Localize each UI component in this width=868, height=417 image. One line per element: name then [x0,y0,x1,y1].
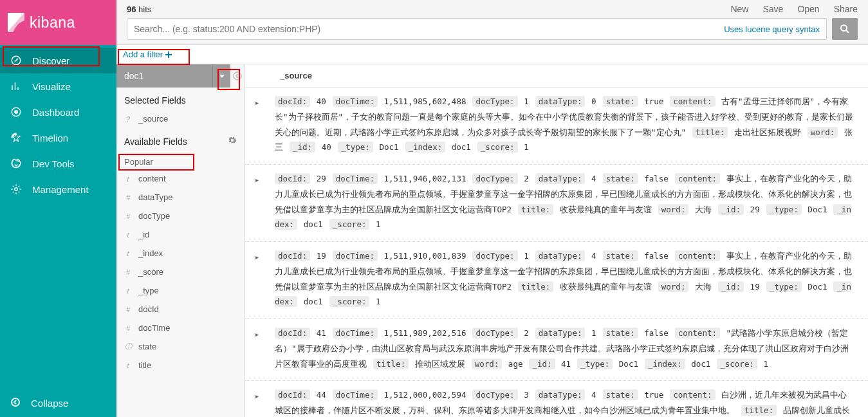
nav-item-visualize[interactable]: Visualize [0,73,116,99]
svg-point-5 [12,398,19,406]
available-field-title[interactable]: ttitle [116,356,245,375]
field-value: 40 [317,97,326,106]
field-key: _id: [529,358,555,369]
selected-fields-header: Selected Fields [116,88,245,109]
nav-item-discover[interactable]: Discover [0,48,116,73]
topbar: 96 hits NewSaveOpenShare Uses lucene que… [116,0,868,45]
available-field-content[interactable]: tcontent [116,169,245,188]
field-key: title: [373,358,409,369]
field-value: age [508,359,523,369]
search-icon [840,24,850,34]
top-action-save[interactable]: Save [762,4,783,14]
field-value: 收获最纯真的童年与友谊 [560,282,652,292]
nav-label: Management [32,184,89,195]
field-value: 29 [317,174,326,183]
row-content: docId: 41docTime: 1,511,989,202,516docTy… [275,326,855,371]
collapse-label: Collapse [31,398,68,409]
top-action-new[interactable]: New [730,4,748,14]
available-field-docId[interactable]: #docId [116,300,245,319]
field-key: dataType: [535,250,586,261]
field-key: content: [675,328,720,338]
available-field-_type[interactable]: t_type [116,281,245,300]
field-key: docType: [472,328,517,338]
nav-item-dev-tools[interactable]: Dev Tools [0,151,116,176]
field-value: 2 [524,328,529,338]
field-key: title: [518,204,553,215]
expand-toggle[interactable]: ▸ [255,248,262,310]
field-value: doc1 [691,359,710,369]
field-value: 41 [317,328,326,338]
collapse-button[interactable]: Collapse [0,389,116,417]
expand-toggle[interactable]: ▸ [255,387,262,417]
expand-toggle[interactable]: ▸ [255,326,262,371]
result-row: ▸docId: 44docTime: 1,512,000,002,594docT… [245,381,868,417]
logo[interactable]: kibana [0,0,116,45]
results-header: _source [245,64,868,88]
field-value: 推动区域发展 [415,359,465,369]
field-value: true [644,97,663,106]
search-box[interactable]: Uses lucene query syntax [127,18,827,40]
field-value: doc1 [452,142,471,152]
available-field-_id[interactable]: t_id [116,225,245,244]
nav-item-dashboard[interactable]: Dashboard [0,99,116,125]
field-value: 1 [763,359,768,369]
field-key: docId: [275,328,310,338]
chevron-left-circle-icon [233,71,242,80]
top-action-open[interactable]: Open [797,4,819,14]
field-value: doc1 [304,219,323,229]
available-field-docType[interactable]: #docType [116,207,245,225]
field-key: content: [670,96,715,107]
field-key: docId: [275,389,310,400]
fields-settings-button[interactable] [228,136,237,147]
field-key: word: [658,204,689,215]
popular-header: Popular [116,151,245,169]
field-key: content: [675,173,720,184]
add-filter-button[interactable]: Add a filter [123,50,172,59]
search-input[interactable] [134,24,719,34]
nav-item-management[interactable]: Management [0,176,116,202]
index-pattern-caret[interactable] [212,64,230,88]
available-field-docTime[interactable]: #docTime [116,319,245,337]
available-field-state[interactable]: ⓘstate [116,337,245,356]
field-name: docId [138,304,159,314]
field-value: Doc1 [379,142,398,152]
hits-count: 96 hits [127,5,151,14]
top-action-share[interactable]: Share [834,4,858,14]
field-value: 大海 [695,282,712,292]
field-key: state: [603,250,638,261]
nav-item-timelion[interactable]: Timelion [0,125,116,151]
field-value: 4 [591,174,596,183]
collapse-fields-button[interactable] [232,70,243,82]
bar-chart-icon [10,80,22,92]
search-button[interactable] [832,18,858,40]
index-pattern-select[interactable]: doc1 [116,64,212,88]
available-field-_index[interactable]: t_index [116,244,245,263]
field-type-icon: # [124,212,132,220]
field-key: word: [808,127,838,138]
field-value: 1 [524,251,529,261]
field-type-icon: # [124,306,132,313]
field-value: 19 [750,282,760,292]
field-key: _score: [329,219,370,230]
selected-field-_source[interactable]: ?_source [116,109,245,128]
field-key: _score: [717,358,757,369]
field-key: _index: [405,142,446,153]
main: 96 hits NewSaveOpenShare Uses lucene que… [116,0,868,417]
result-row: ▸docId: 41docTime: 1,511,989,202,516docT… [245,319,868,381]
field-value: 0 [591,97,596,106]
field-type-icon: # [124,324,132,332]
lucene-syntax-link[interactable]: Uses lucene query syntax [724,24,820,34]
field-type-icon: t [124,231,132,239]
row-content: docId: 29docTime: 1,511,946,002,131docTy… [275,171,855,232]
field-type-icon: # [124,268,132,276]
available-field-dataType[interactable]: #dataType [116,188,245,207]
expand-toggle[interactable]: ▸ [255,171,262,232]
field-key: docType: [472,389,517,400]
field-key: _id: [718,204,744,215]
field-key: dataType: [535,173,586,184]
field-key: docTime: [333,96,378,107]
svg-point-4 [15,188,18,191]
available-field-_score[interactable]: #_score [116,263,245,281]
expand-toggle[interactable]: ▸ [255,94,262,155]
field-value: 44 [317,390,326,400]
